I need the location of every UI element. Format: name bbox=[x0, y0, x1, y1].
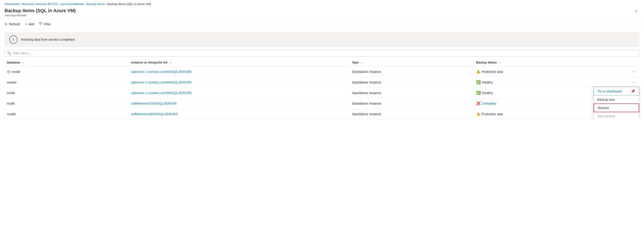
context-menu-item-0[interactable]: Pin to dashboard📌 bbox=[594, 87, 639, 96]
close-button[interactable]: × bbox=[633, 8, 640, 15]
context-menu-item-2[interactable]: Restore bbox=[594, 103, 639, 112]
add-button[interactable]: + Add bbox=[25, 21, 34, 27]
cell-instance-2: sqlserver-1.contoso.com\MSSQLSERVER bbox=[129, 88, 350, 98]
healthy-icon-2: ✅ bbox=[476, 91, 481, 95]
cell-database-3: msdb bbox=[4, 98, 129, 109]
table-row: msdbsqlserver-1.contoso.com\MSSQLSERVERS… bbox=[4, 88, 640, 98]
menu-item-label-1: Backup now bbox=[597, 98, 615, 101]
add-label: Add bbox=[28, 22, 34, 26]
breadcrumb-recovery-services[interactable]: Recovery Services BVTD2 bbox=[22, 2, 58, 6]
menu-item-label-2: Restore bbox=[598, 106, 609, 110]
sort-icon-type: ↑↓ bbox=[360, 61, 363, 64]
pin-icon: 📌 bbox=[631, 89, 635, 93]
breadcrumb-backup-items[interactable]: mercurysoftdelete - Backup items bbox=[60, 2, 105, 6]
table-row: msdbsofdelmervm2\MSSQLSERVERStandalone I… bbox=[4, 98, 640, 109]
row-menu-button-1[interactable]: ··· bbox=[631, 79, 637, 85]
sort-icon-instance: ↑↓ bbox=[169, 61, 172, 64]
col-header-status[interactable]: Backup Status ↑↓ bbox=[474, 59, 612, 66]
cell-status-2: ✅ Healthy bbox=[474, 88, 612, 98]
instance-link-0[interactable]: sqlserver-1.contoso.com\MSSQLSERVER bbox=[131, 70, 192, 74]
table-header-row: Database ↑↓ Instance or AlwaysOn AG ↑↓ T… bbox=[4, 59, 640, 66]
cell-database-0: ⊖ model bbox=[4, 66, 129, 77]
refresh-button[interactable]: ↻ Refresh bbox=[4, 21, 20, 27]
table-row: mastersqlserver-1.contoso.com\MSSQLSERVE… bbox=[4, 77, 640, 88]
toolbar: ↻ Refresh + Add Filter bbox=[0, 19, 644, 29]
warning-icon-0: ⚠️ bbox=[476, 70, 480, 74]
context-menu: Pin to dashboard📌Backup nowRestoreStop b… bbox=[593, 86, 640, 119]
sort-icon-database: ↑↓ bbox=[22, 61, 24, 64]
cell-type-3: Standalone Instance bbox=[350, 98, 474, 109]
warning-icon-4: ⚠️ bbox=[476, 112, 480, 116]
cell-type-4: Standalone Instance bbox=[350, 109, 474, 119]
filter-icon bbox=[39, 22, 42, 26]
healthy-icon-1: ✅ bbox=[476, 80, 481, 84]
filter-input[interactable] bbox=[13, 51, 637, 55]
cell-database-2: msdb bbox=[4, 88, 129, 98]
instance-link-2[interactable]: sqlserver-1.contoso.com\MSSQLSERVER bbox=[131, 91, 192, 95]
sort-icon-status: ↑↓ bbox=[498, 61, 501, 64]
cell-instance-1: sqlserver-1.contoso.com\MSSQLSERVER bbox=[129, 77, 350, 88]
breadcrumb-dashboard[interactable]: Dashboard bbox=[4, 2, 19, 6]
instance-link-4[interactable]: softdelmervm6\MSSQLSERVER bbox=[131, 112, 178, 116]
table-row: ⊖ modelsqlserver-1.contoso.com\MSSQLSERV… bbox=[4, 66, 640, 77]
table-container: Database ↑↓ Instance or AlwaysOn AG ↑↓ T… bbox=[4, 59, 640, 119]
cell-instance-0: sqlserver-1.contoso.com\MSSQLSERVER bbox=[129, 66, 350, 77]
instance-link-3[interactable]: sofdelmervm2\MSSQLSERVER bbox=[131, 102, 177, 105]
cell-instance-3: sofdelmervm2\MSSQLSERVER bbox=[129, 98, 350, 109]
cell-type-0: Standalone Instance bbox=[350, 66, 474, 77]
page-subtitle: mercurysoftdelete bbox=[4, 14, 76, 17]
col-header-instance[interactable]: Instance or AlwaysOn AG ↑↓ bbox=[129, 59, 350, 66]
cell-status-4: ⚠️ Protection stop bbox=[474, 109, 612, 119]
table-row: modelsoftdelmervm6\MSSQLSERVERStandalone… bbox=[4, 109, 640, 119]
refresh-icon: ↻ bbox=[4, 22, 8, 26]
cell-action-1: ··· bbox=[612, 77, 640, 88]
search-icon: 🔍 bbox=[7, 51, 11, 55]
cell-status-3: ❌ Unhealthy bbox=[474, 98, 612, 109]
breadcrumb-current: Backup Items (SQL in Azure VM) bbox=[107, 2, 151, 6]
col-header-type[interactable]: Type ↑↓ bbox=[350, 59, 474, 66]
info-icon: i bbox=[9, 35, 18, 44]
page-title: Backup Items (SQL in Azure VM) bbox=[4, 8, 76, 13]
backup-items-table: Database ↑↓ Instance or AlwaysOn AG ↑↓ T… bbox=[4, 59, 640, 119]
row-menu-button-0[interactable]: ··· bbox=[631, 69, 637, 74]
page-header: Backup Items (SQL in Azure VM) mercuryso… bbox=[0, 7, 644, 19]
add-icon: + bbox=[25, 22, 27, 26]
menu-item-label-0: Pin to dashboard bbox=[598, 89, 622, 93]
cell-status-1: ✅ Healthy bbox=[474, 77, 612, 88]
filter-bar: 🔍 bbox=[4, 50, 640, 57]
error-icon-3: ❌ bbox=[476, 101, 481, 106]
context-menu-item-1[interactable]: Backup now bbox=[594, 96, 639, 103]
info-message: Fetching data from service completed. bbox=[21, 38, 75, 41]
cell-status-0: ⚠️ Protection stop bbox=[474, 66, 612, 77]
cell-instance-4: softdelmervm6\MSSQLSERVER bbox=[129, 109, 350, 119]
refresh-label: Refresh bbox=[9, 22, 20, 26]
context-menu-item-3: Stop backup bbox=[594, 112, 639, 119]
cell-action-0: ··· bbox=[612, 66, 640, 77]
cell-type-2: Standalone Instance bbox=[350, 88, 474, 98]
unhealthy-link-3[interactable]: Unhealthy bbox=[482, 102, 496, 105]
instance-link-1[interactable]: sqlserver-1.contoso.com\MSSQLSERVER bbox=[131, 80, 192, 84]
menu-item-label-3: Stop backup bbox=[597, 114, 615, 118]
cell-type-1: Standalone Instance bbox=[350, 77, 474, 88]
filter-label: Filter bbox=[44, 22, 51, 26]
cell-database-1: master bbox=[4, 77, 129, 88]
filter-button[interactable]: Filter bbox=[39, 21, 51, 27]
minus-circle-icon: ⊖ bbox=[7, 69, 10, 74]
col-header-database[interactable]: Database ↑↓ bbox=[4, 59, 129, 66]
cell-database-4: model bbox=[4, 109, 129, 119]
breadcrumb: Dashboard › Recovery Services BVTD2 › me… bbox=[0, 0, 644, 7]
info-banner: i Fetching data from service completed. bbox=[4, 32, 640, 47]
col-header-action bbox=[612, 59, 640, 66]
